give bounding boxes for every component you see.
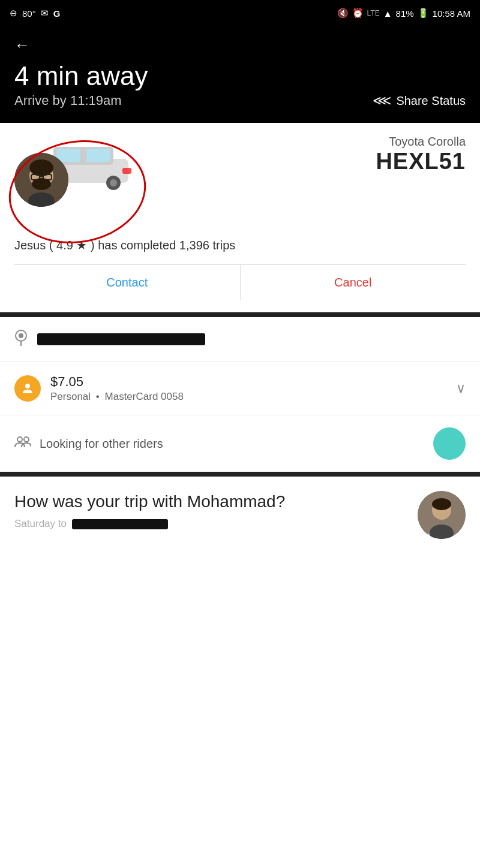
driver-avatar xyxy=(14,153,68,207)
stop-icon: ⊖ xyxy=(10,8,17,19)
driver-rating: 4.9 xyxy=(56,239,73,252)
driver-trips: Jesus ( 4.9 ★ ) has completed 1,396 trip… xyxy=(14,238,466,252)
payment-left: $7.05 Personal • MasterCard 0058 xyxy=(14,374,184,403)
payment-card: MasterCard 0058 xyxy=(105,391,184,402)
share-icon: ⋘ xyxy=(373,93,391,108)
temperature: 80° xyxy=(22,8,36,19)
back-button[interactable]: ← xyxy=(14,36,30,55)
vehicle-info: Toyota Corolla HEXL51 xyxy=(376,135,466,174)
feedback-redacted xyxy=(72,519,168,529)
payment-dot: • xyxy=(96,391,100,402)
arrive-time: Arrive by 11:19am xyxy=(14,93,122,108)
google-icon: G xyxy=(53,8,61,19)
svg-point-7 xyxy=(110,179,117,186)
location-redacted xyxy=(37,333,205,345)
svg-point-26 xyxy=(432,498,451,510)
driver-photo-container xyxy=(14,135,146,231)
driver-name: Jesus xyxy=(14,239,46,252)
trip-feedback: How was your trip with Mohammad? Saturda… xyxy=(0,477,480,553)
trips-count: 1,396 xyxy=(179,239,209,252)
location-row xyxy=(0,317,480,362)
svg-rect-3 xyxy=(86,149,110,162)
trips-label: has completed xyxy=(98,239,176,252)
driver-actions: Contact Cancel xyxy=(14,264,466,300)
cancel-button[interactable]: Cancel xyxy=(241,265,466,300)
riders-row: Looking for other riders xyxy=(0,415,480,477)
status-bar-left: ⊖ 80° ✉ G xyxy=(10,8,60,19)
svg-point-21 xyxy=(25,384,30,388)
header: ← 4 min away Arrive by 11:19am ⋘ Share S… xyxy=(0,26,480,123)
mail-icon: ✉ xyxy=(41,8,49,19)
svg-point-22 xyxy=(17,437,22,442)
signal-bars: ▲ xyxy=(383,8,392,19)
riders-icon xyxy=(14,435,31,452)
feedback-avatar: CA xyxy=(418,491,466,539)
eta-title: 4 min away xyxy=(14,62,466,91)
svg-point-23 xyxy=(24,437,29,442)
svg-rect-9 xyxy=(122,168,131,174)
svg-text:CA: CA xyxy=(424,532,431,538)
driver-rating-paren: ( xyxy=(49,239,53,252)
payment-detail: Personal • MasterCard 0058 xyxy=(50,391,184,403)
star-icon: ★ xyxy=(76,239,87,252)
feedback-subtitle: Saturday to xyxy=(14,518,408,530)
chevron-down-icon: ∨ xyxy=(456,381,466,396)
riders-left: Looking for other riders xyxy=(14,435,163,452)
mute-icon: 🔇 xyxy=(337,8,349,19)
battery-percent: 81% xyxy=(396,8,414,19)
location-pin-icon xyxy=(14,329,28,349)
status-bar: ⊖ 80° ✉ G 🔇 ⏰ LTE ▲ 81% 🔋 10:58 AM xyxy=(0,0,480,26)
signal-lte: LTE xyxy=(367,9,380,17)
svg-point-16 xyxy=(32,178,51,190)
vehicle-model: Toyota Corolla xyxy=(376,135,466,149)
riders-text: Looking for other riders xyxy=(40,437,163,451)
arrive-row: Arrive by 11:19am ⋘ Share Status xyxy=(14,93,466,108)
share-status-label: Share Status xyxy=(396,94,466,108)
status-bar-right: 🔇 ⏰ LTE ▲ 81% 🔋 10:58 AM xyxy=(337,8,470,19)
feedback-subtitle-text: Saturday to xyxy=(14,518,67,529)
svg-point-12 xyxy=(29,159,53,176)
feedback-text: How was your trip with Mohammad? Saturda… xyxy=(14,491,408,529)
payment-amount: $7.05 xyxy=(50,374,184,390)
driver-card-top: Toyota Corolla HEXL51 xyxy=(14,135,466,231)
teal-toggle[interactable] xyxy=(433,427,466,460)
feedback-title: How was your trip with Mohammad? xyxy=(14,491,408,513)
driver-rating-close: ) xyxy=(91,239,95,252)
share-status-button[interactable]: ⋘ Share Status xyxy=(373,93,466,108)
contact-button[interactable]: Contact xyxy=(14,265,241,300)
payment-type: Personal xyxy=(50,391,91,402)
payment-row[interactable]: $7.05 Personal • MasterCard 0058 ∨ xyxy=(0,362,480,415)
payment-details: $7.05 Personal • MasterCard 0058 xyxy=(50,374,184,403)
payment-person-icon xyxy=(14,375,41,402)
battery-icon: 🔋 xyxy=(418,8,429,19)
driver-card: Toyota Corolla HEXL51 Jesus ( 4.9 ★ ) ha… xyxy=(0,123,480,317)
alarm-icon: ⏰ xyxy=(352,8,364,19)
svg-point-19 xyxy=(19,333,23,338)
trips-word: trips xyxy=(212,239,235,252)
clock: 10:58 AM xyxy=(433,8,470,19)
vehicle-plate: HEXL51 xyxy=(376,149,466,174)
